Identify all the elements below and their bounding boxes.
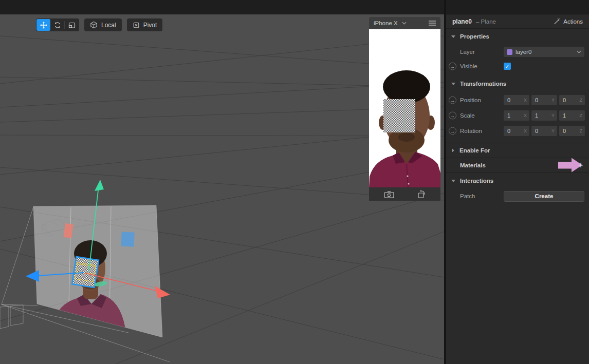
move-cross-icon <box>40 21 48 29</box>
feed-blue-rect <box>121 232 134 246</box>
position-row: → Position 0 X 0 Y 0 Z <box>446 92 589 108</box>
simulator-panel: iPhone X <box>369 17 440 201</box>
rotation-x-field[interactable]: 0 X <box>504 126 529 136</box>
scale-row: → Scale 1 X 1 Y 1 Z <box>446 108 589 123</box>
rotate-device-icon[interactable] <box>417 190 426 198</box>
spark-ar-studio-window: Local Pivot iPhone X <box>0 0 589 364</box>
axis-letter: Y <box>551 128 555 133</box>
collapse-triangle-icon <box>451 35 455 38</box>
window-top-strip <box>0 0 589 14</box>
rotation-label: Rotation <box>460 128 482 134</box>
axis-letter: Z <box>580 128 583 133</box>
layer-dropdown[interactable]: layer0 <box>504 47 584 57</box>
simulator-feed <box>369 29 440 187</box>
selected-checker-plane[interactable] <box>72 257 99 288</box>
patch-row: Patch Create <box>446 188 589 204</box>
pivot-box-icon <box>133 22 140 29</box>
viewport-toolbar: Local Pivot <box>36 18 162 31</box>
scale-y-field[interactable]: 1 Y <box>531 110 557 121</box>
axis-letter: X <box>524 113 527 118</box>
section-enable-for-label: Enable For <box>459 147 490 154</box>
layer-color-swatch <box>507 49 512 55</box>
inspector-header: plane0 – Plane Actions <box>446 14 589 29</box>
chevron-down-icon <box>577 50 581 53</box>
scale-x-field[interactable]: 1 X <box>504 110 529 121</box>
visible-label: Visible <box>460 63 477 69</box>
add-material-button[interactable]: + <box>576 160 585 170</box>
device-selector[interactable]: iPhone X <box>374 20 398 26</box>
simulator-screen <box>369 29 440 187</box>
layer-row: Layer layer0 <box>446 44 589 60</box>
tutorial-arrow-annotation <box>558 162 572 169</box>
rotate-arrows-icon <box>53 21 62 29</box>
scale-tool-button[interactable] <box>65 19 79 31</box>
axis-letter: Z <box>580 98 583 103</box>
collapse-triangle-icon <box>451 180 455 182</box>
cube-icon <box>90 21 98 29</box>
object-type: – Plane <box>476 18 496 25</box>
section-transformations[interactable]: Transformations <box>446 76 589 91</box>
rotation-z-field[interactable]: 0 Z <box>559 126 585 136</box>
axis-letter: X <box>524 128 527 133</box>
section-materials: Materials + <box>446 158 589 173</box>
actions-label: Actions <box>563 18 583 25</box>
patch-connector-icon[interactable]: → <box>449 97 456 104</box>
checker-face-overlay <box>383 99 415 132</box>
move-tool-button[interactable] <box>36 19 50 31</box>
simulator-header: iPhone X <box>369 17 440 29</box>
section-properties-label: Properties <box>460 33 489 40</box>
axis-letter: Z <box>580 113 583 118</box>
position-z-field[interactable]: 0 Z <box>559 95 585 105</box>
layer-value: layer0 <box>516 49 531 55</box>
chevron-down-icon[interactable] <box>402 22 407 25</box>
section-transformations-label: Transformations <box>460 81 506 87</box>
section-materials-label: Materials <box>460 162 486 168</box>
axis-letter: X <box>524 98 527 103</box>
visible-checkbox[interactable]: ✓ <box>504 63 511 70</box>
position-y-field[interactable]: 0 Y <box>531 95 557 105</box>
create-patch-button[interactable]: Create <box>504 191 584 202</box>
simulator-bottom-bar <box>369 187 440 201</box>
object-title: plane0 <box>452 18 472 25</box>
visible-row: → Visible ✓ <box>446 60 589 73</box>
section-interactions[interactable]: Interactions <box>446 173 589 188</box>
position-label: Position <box>460 97 481 103</box>
local-mode-button[interactable]: Local <box>84 18 122 31</box>
section-enable-for[interactable]: Enable For <box>446 143 589 158</box>
rotation-y-field[interactable]: 0 Y <box>531 126 557 136</box>
section-interactions-label: Interactions <box>460 178 493 184</box>
axis-letter: Y <box>551 98 555 103</box>
3d-viewport[interactable]: Local Pivot iPhone X <box>0 14 444 364</box>
collapse-triangle-icon <box>451 83 455 85</box>
pivot-button[interactable]: Pivot <box>127 18 163 31</box>
camera-flip-icon[interactable] <box>384 190 394 198</box>
section-properties[interactable]: Properties <box>446 29 589 44</box>
collapsed-triangle-icon <box>452 148 454 152</box>
patch-label: Patch <box>460 193 475 199</box>
scale-box-icon <box>68 21 76 29</box>
scale-z-field[interactable]: 1 Z <box>559 110 585 121</box>
patch-connector-icon[interactable]: → <box>449 112 456 120</box>
position-x-field[interactable]: 0 X <box>504 95 529 105</box>
transform-tool-group <box>36 18 79 31</box>
axis-letter: Y <box>551 113 555 118</box>
rotation-row: → Rotation 0 X 0 Y 0 Z <box>446 123 589 139</box>
inspector-panel: plane0 – Plane Actions Properties Layer … <box>446 14 589 364</box>
local-mode-label: Local <box>101 22 116 29</box>
patch-connector-icon[interactable]: → <box>449 127 456 135</box>
magic-wand-icon <box>553 18 560 25</box>
hamburger-menu-icon[interactable] <box>429 21 436 26</box>
pivot-label: Pivot <box>143 22 157 29</box>
actions-button[interactable]: Actions <box>553 18 583 25</box>
rotate-tool-button[interactable] <box>50 19 64 31</box>
patch-connector-icon[interactable]: → <box>449 63 456 70</box>
scale-label: Scale <box>460 112 475 119</box>
layer-label: Layer <box>460 49 475 55</box>
